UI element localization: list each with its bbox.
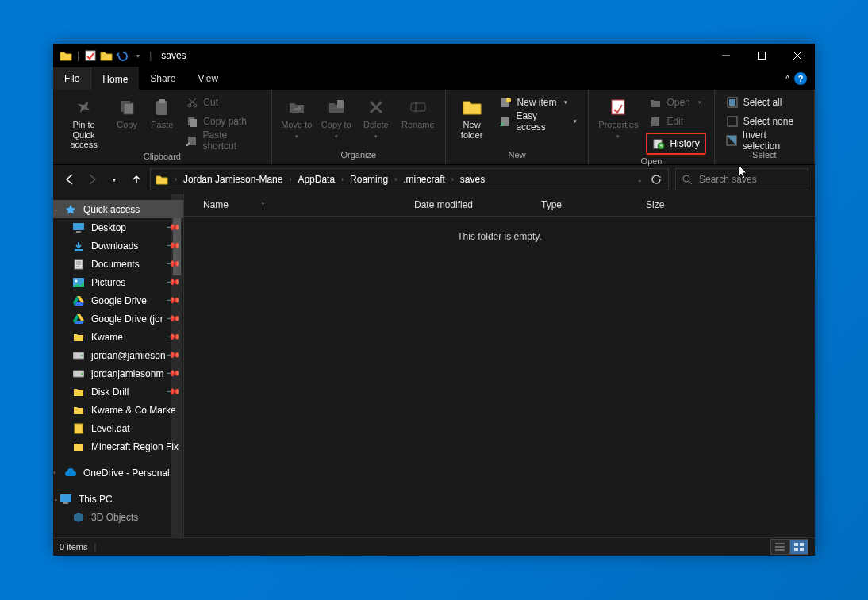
ribbon-group-select: Select all Select none Invert selection … (715, 90, 815, 164)
qat-separator: | (77, 50, 79, 61)
sidebar-thispc[interactable]: ⌄ This PC (53, 490, 183, 508)
item-count: 0 items (60, 542, 87, 552)
sidebar-item-downloads[interactable]: Downloads📌 (53, 237, 183, 255)
chevron-right-icon[interactable]: › (451, 175, 454, 183)
back-button[interactable] (63, 172, 77, 187)
svg-rect-26 (76, 231, 81, 233)
column-name[interactable]: Name ⌃ (203, 199, 414, 210)
tab-home[interactable]: Home (91, 67, 139, 90)
sidebar-quick-access[interactable]: ⌄ Quick access (53, 200, 183, 218)
sidebar-item-diskdrill[interactable]: Disk Drill📌 (53, 383, 183, 401)
sidebar-item-mcfixer[interactable]: Minecraft Region Fix (53, 437, 183, 456)
pin-to-quick-access-button[interactable]: Pin to Quick access (58, 91, 109, 150)
address-bar[interactable]: › Jordan Jamieson-Mane › AppData › Roami… (150, 168, 669, 190)
sidebar-item-desktop[interactable]: Desktop📌 (53, 218, 183, 237)
history-button[interactable]: History (646, 133, 705, 155)
chevron-right-icon[interactable]: › (341, 175, 344, 183)
copy-to-button[interactable]: Copy to▾ (317, 91, 356, 140)
content-area: ⌄ Quick access Desktop📌 Downloads📌 Docum… (53, 194, 815, 537)
maximize-button[interactable] (743, 44, 779, 67)
star-icon (64, 203, 77, 216)
sidebar-item-documents[interactable]: Documents📌 (53, 255, 183, 273)
onedrive-icon (64, 467, 77, 479)
paste-shortcut-button[interactable]: Paste shortcut (182, 133, 263, 148)
tab-share[interactable]: Share (139, 67, 186, 90)
window-title: saves (161, 50, 186, 61)
svg-rect-9 (190, 119, 197, 127)
ribbon-group-label: Select (715, 150, 814, 164)
gdrive-icon (72, 294, 85, 307)
new-item-icon (499, 96, 512, 109)
open-icon (649, 96, 662, 109)
svg-point-6 (188, 104, 191, 107)
desktop-icon (72, 221, 85, 234)
recent-locations-button[interactable]: ▾ (107, 172, 121, 187)
details-view-button[interactable] (770, 539, 789, 555)
edit-button[interactable]: Edit (646, 113, 705, 129)
copy-button[interactable]: Copy (109, 91, 144, 140)
new-item-button[interactable]: New item▾ (496, 94, 580, 110)
file-explorer-window: | ▾ | saves File Home Share View ^ ? (53, 44, 815, 554)
delete-button[interactable]: Delete▾ (356, 91, 396, 140)
properties-qat-icon[interactable] (84, 49, 97, 62)
ribbon-group-organize: Move to▾ Copy to▾ Delete▾ Rename Organiz… (272, 90, 446, 164)
documents-icon (72, 258, 85, 271)
help-icon[interactable]: ? (794, 72, 807, 85)
sidebar-item-gdrive[interactable]: Google Drive📌 (53, 291, 183, 310)
undo-qat-icon[interactable] (116, 49, 129, 62)
copy-to-icon (328, 96, 345, 118)
sidebar-item-pictures[interactable]: Pictures📌 (53, 273, 183, 291)
breadcrumb-item[interactable]: Roaming (350, 174, 388, 185)
title-bar: | ▾ | saves (53, 44, 815, 67)
sidebar-item-drive1[interactable]: jordan@jamieson📌 (53, 346, 183, 364)
breadcrumb-item[interactable]: saves (460, 174, 485, 185)
ribbon: Pin to Quick access Copy Paste Cut (53, 90, 815, 165)
minimize-button[interactable] (708, 44, 743, 67)
chevron-right-icon[interactable]: › (175, 175, 177, 183)
tab-view[interactable]: View (186, 67, 229, 90)
chevron-right-icon[interactable]: › (394, 175, 397, 183)
new-folder-button[interactable]: New folder (451, 91, 494, 140)
column-size[interactable]: Size (646, 199, 722, 210)
breadcrumb-item[interactable]: AppData (298, 174, 335, 185)
address-dropdown-icon[interactable]: ⌄ (637, 176, 643, 183)
sidebar-item-leveldat[interactable]: Level.dat (53, 419, 183, 437)
invert-selection-button[interactable]: Invert selection (723, 133, 806, 148)
cut-button[interactable]: Cut (182, 94, 263, 110)
sidebar-item-kwameco[interactable]: Kwame & Co Marke (53, 401, 183, 419)
paste-button[interactable]: Paste (144, 91, 179, 140)
forward-button[interactable] (85, 172, 99, 187)
rename-button[interactable]: Rename (396, 91, 440, 140)
column-type[interactable]: Type (541, 199, 646, 210)
copy-icon (118, 96, 136, 118)
open-button[interactable]: Open▾ (646, 94, 705, 110)
select-none-button[interactable]: Select none (723, 113, 806, 129)
tab-file[interactable]: File (53, 67, 91, 90)
sidebar-item-kwame[interactable]: Kwame📌 (53, 328, 183, 346)
sidebar-onedrive[interactable]: › OneDrive - Personal (53, 463, 183, 482)
properties-button[interactable]: Properties▾ (593, 91, 643, 140)
column-date[interactable]: Date modified (414, 199, 541, 210)
copy-path-button[interactable]: Copy path (182, 113, 263, 129)
sidebar-item-drive2[interactable]: jordanjamiesonm📌 (53, 364, 183, 383)
up-button[interactable] (129, 172, 144, 187)
ribbon-group-open: Properties▾ Open▾ Edit History (589, 90, 714, 164)
breadcrumb-item[interactable]: .minecraft (403, 174, 445, 185)
svg-point-7 (194, 104, 197, 107)
pin-icon (75, 96, 93, 118)
refresh-button[interactable] (651, 174, 662, 185)
pc-icon (60, 493, 72, 506)
move-to-button[interactable]: Move to▾ (277, 91, 317, 140)
easy-access-button[interactable]: Easy access▾ (496, 113, 580, 129)
sidebar-item-3dobjects[interactable]: 3D Objects (53, 508, 183, 526)
close-button[interactable] (779, 44, 815, 67)
ribbon-group-label: Open (589, 156, 713, 167)
thumbnails-view-button[interactable] (789, 539, 808, 555)
sidebar-item-gdrive2[interactable]: Google Drive (jor📌 (53, 310, 183, 328)
collapse-ribbon-icon[interactable]: ^ (785, 75, 789, 83)
qat-dropdown-icon[interactable]: ▾ (132, 49, 144, 62)
chevron-right-icon[interactable]: › (289, 175, 291, 183)
select-all-button[interactable]: Select all (723, 94, 806, 110)
new-folder-qat-icon[interactable] (100, 49, 113, 62)
breadcrumb-item[interactable]: Jordan Jamieson-Mane (183, 174, 282, 185)
